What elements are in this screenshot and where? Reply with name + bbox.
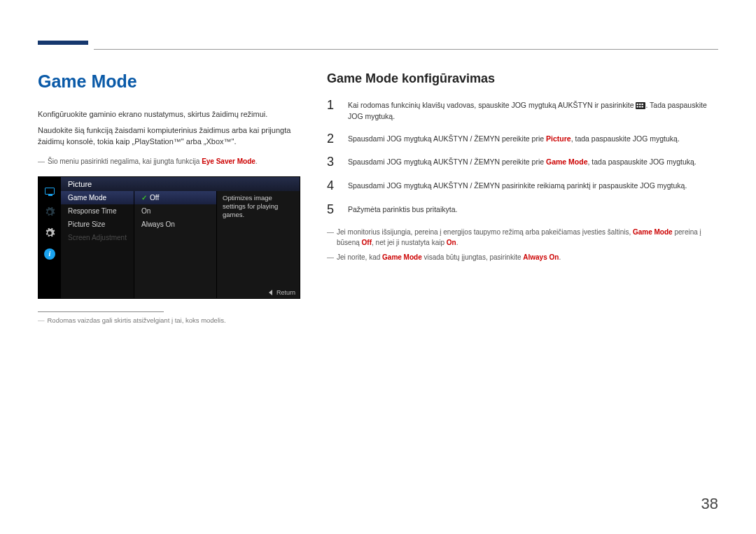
top-rule <box>94 49 718 50</box>
osd-opt-col: ✓ Off On Always On <box>134 191 217 298</box>
back-arrow-icon <box>269 290 272 295</box>
svg-rect-1 <box>637 104 639 105</box>
step-text-4: Spausdami JOG mygtuką AUKŠTYN / ŽEMYN pa… <box>348 179 687 193</box>
osd-main: Picture Game Mode Response Time Picture … <box>61 177 300 298</box>
osd-screenshot: i Picture Game Mode Response Time Pictur… <box>38 176 300 299</box>
footnote-text: Rodomas vaizdas gali skirtis atsižvelgia… <box>48 316 226 324</box>
svg-rect-6 <box>642 106 644 108</box>
osd-opt-always-on: Always On <box>134 218 216 231</box>
note-eye-saver: ― Šio meniu pasirinkti negalima, kai įju… <box>38 157 300 165</box>
step-text-5: Pažymėta parinktis bus pritaikyta. <box>348 203 457 217</box>
right-note-2-text: Jei norite, kad Game Mode visada būtų įj… <box>337 252 561 262</box>
svg-rect-0 <box>636 102 645 109</box>
step-num-2: 2 <box>327 132 338 146</box>
right-note-2: ― Jei norite, kad Game Mode visada būtų … <box>327 252 718 262</box>
footnote: ― Rodomas vaizdas gali skirtis atsižvelg… <box>38 316 300 324</box>
osd-footer: Return <box>269 289 295 296</box>
svg-rect-2 <box>639 104 641 105</box>
system-nav-icon <box>43 226 57 240</box>
right-column: Game Mode konfigūravimas 1 Kai rodomas f… <box>327 71 718 324</box>
intro-paragraph-1: Konfigūruokite gaminio ekrano nustatymus… <box>38 108 300 120</box>
svg-rect-5 <box>639 106 641 108</box>
svg-rect-3 <box>642 104 644 105</box>
osd-description: Optimizes image settings for playing gam… <box>217 191 300 298</box>
check-icon: ✓ <box>141 194 147 202</box>
accent-bar <box>38 41 88 45</box>
osd-menu-col: Game Mode Response Time Picture Size Scr… <box>61 191 134 298</box>
right-note-1-text: Jei monitorius išsijungia, pereina į ene… <box>337 227 718 248</box>
content-area: Game Mode Konfigūruokite gaminio ekrano … <box>38 71 718 324</box>
note-prefix: ― <box>327 227 332 248</box>
osd-opt-off: ✓ Off <box>134 191 216 204</box>
step-text-1: Kai rodomas funkcinių klavišų vadovas, s… <box>348 99 718 122</box>
osd-sidebar: i <box>38 177 61 298</box>
osd-header: Picture <box>61 177 300 191</box>
osd-return-label: Return <box>276 289 295 296</box>
page-number: 38 <box>701 495 718 513</box>
step-3: 3 Spausdami JOG mygtuką AUKŠTYN / ŽEMYN … <box>327 155 718 169</box>
note-text: Šio meniu pasirinkti negalima, kai įjung… <box>48 157 258 165</box>
top-bar <box>38 41 718 50</box>
step-list: 1 Kai rodomas funkcinių klavišų vadovas,… <box>327 99 718 217</box>
step-num-5: 5 <box>327 203 338 217</box>
step-text-3: Spausdami JOG mygtuką AUKŠTYN / ŽEMYN pe… <box>348 155 696 169</box>
step-num-4: 4 <box>327 179 338 193</box>
intro-paragraph-2: Naudokite šią funkciją žaisdami kompiute… <box>38 125 300 148</box>
step-num-3: 3 <box>327 155 338 169</box>
step-4: 4 Spausdami JOG mygtuką AUKŠTYN / ŽEMYN … <box>327 179 718 193</box>
osd-opt-on: On <box>134 204 216 218</box>
footnote-rule <box>38 311 164 312</box>
left-column: Game Mode Konfigūruokite gaminio ekrano … <box>38 71 300 324</box>
right-note-1: ― Jei monitorius išsijungia, pereina į e… <box>327 227 718 248</box>
osd-menu-picture-size: Picture Size <box>61 218 134 231</box>
note-prefix: ― <box>38 157 43 165</box>
footnote-prefix: ― <box>38 316 45 324</box>
info-nav-icon: i <box>43 247 57 261</box>
section-subtitle: Game Mode konfigūravimas <box>327 71 718 86</box>
settings-nav-icon <box>43 205 57 219</box>
step-num-1: 1 <box>327 99 338 122</box>
menu-box-icon <box>636 102 645 109</box>
page-title: Game Mode <box>38 71 300 92</box>
osd-menu-game-mode: Game Mode <box>61 191 134 204</box>
step-text-2: Spausdami JOG mygtuką AUKŠTYN / ŽEMYN pe… <box>348 132 680 146</box>
osd-columns: Game Mode Response Time Picture Size Scr… <box>61 191 300 298</box>
step-5: 5 Pažymėta parinktis bus pritaikyta. <box>327 203 718 217</box>
osd-menu-response-time: Response Time <box>61 204 134 218</box>
picture-nav-icon <box>43 184 57 198</box>
step-2: 2 Spausdami JOG mygtuką AUKŠTYN / ŽEMYN … <box>327 132 718 146</box>
note-prefix: ― <box>327 252 332 262</box>
osd-menu-screen-adjustment: Screen Adjustment <box>61 231 134 244</box>
step-1: 1 Kai rodomas funkcinių klavišų vadovas,… <box>327 99 718 122</box>
svg-rect-4 <box>637 106 639 108</box>
